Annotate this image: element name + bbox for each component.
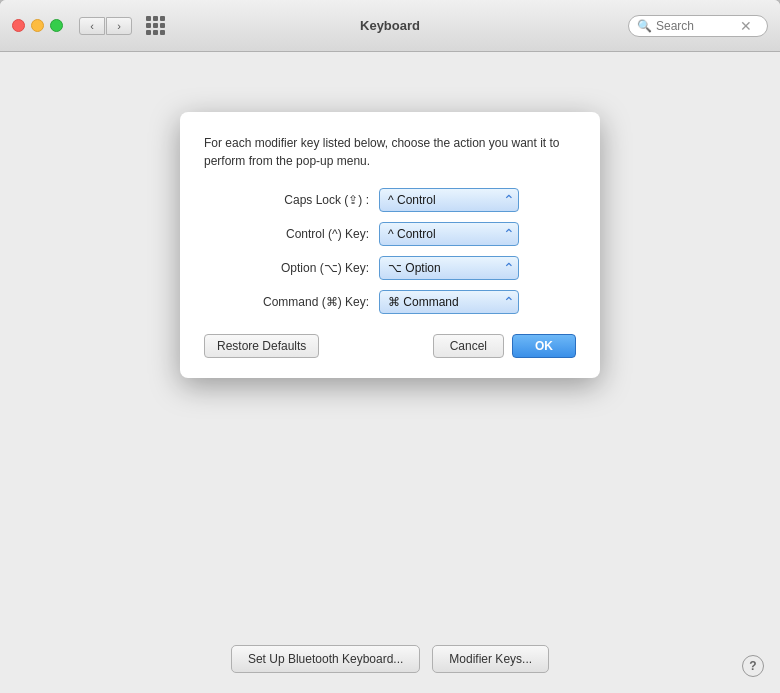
- modal-right-buttons: Cancel OK: [433, 334, 576, 358]
- back-button[interactable]: ‹: [79, 17, 105, 35]
- control-label: Control (^) Key:: [204, 227, 379, 241]
- main-window: ‹ › Keyboard 🔍 ✕ For each modifier key l…: [0, 0, 780, 693]
- caps-lock-select[interactable]: No Action ^ Control ⌥ Option ⌘ Command E…: [379, 188, 519, 212]
- control-row: Control (^) Key: No Action ^ Control ⌥ O…: [204, 222, 576, 246]
- cancel-button[interactable]: Cancel: [433, 334, 504, 358]
- option-label: Option (⌥) Key:: [204, 261, 379, 275]
- modal-dialog: For each modifier key listed below, choo…: [180, 112, 600, 378]
- content-area: For each modifier key listed below, choo…: [0, 52, 780, 693]
- search-clear-button[interactable]: ✕: [740, 19, 752, 33]
- command-row: Command (⌘) Key: No Action ^ Control ⌥ O…: [204, 290, 576, 314]
- traffic-lights: [12, 19, 63, 32]
- bottom-bar: Set Up Bluetooth Keyboard... Modifier Ke…: [0, 645, 780, 673]
- command-select[interactable]: No Action ^ Control ⌥ Option ⌘ Command E…: [379, 290, 519, 314]
- modal-buttons: Restore Defaults Cancel OK: [204, 334, 576, 358]
- search-icon: 🔍: [637, 19, 652, 33]
- search-input[interactable]: [656, 19, 736, 33]
- option-select-wrapper: No Action ^ Control ⌥ Option ⌘ Command E…: [379, 256, 519, 280]
- nav-arrows: ‹ ›: [79, 17, 132, 35]
- caps-lock-row: Caps Lock (⇪) : No Action ^ Control ⌥ Op…: [204, 188, 576, 212]
- modal-description: For each modifier key listed below, choo…: [204, 134, 576, 170]
- command-label: Command (⌘) Key:: [204, 295, 379, 309]
- grid-icon: [146, 16, 165, 35]
- command-select-wrapper: No Action ^ Control ⌥ Option ⌘ Command E…: [379, 290, 519, 314]
- help-button[interactable]: ?: [742, 655, 764, 677]
- caps-lock-select-wrapper: No Action ^ Control ⌥ Option ⌘ Command E…: [379, 188, 519, 212]
- bluetooth-keyboard-button[interactable]: Set Up Bluetooth Keyboard...: [231, 645, 420, 673]
- caps-lock-label: Caps Lock (⇪) :: [204, 193, 379, 207]
- window-title: Keyboard: [360, 18, 420, 33]
- forward-button[interactable]: ›: [106, 17, 132, 35]
- control-select-wrapper: No Action ^ Control ⌥ Option ⌘ Command E…: [379, 222, 519, 246]
- search-bar[interactable]: 🔍 ✕: [628, 15, 768, 37]
- maximize-button[interactable]: [50, 19, 63, 32]
- restore-defaults-button[interactable]: Restore Defaults: [204, 334, 319, 358]
- option-select[interactable]: No Action ^ Control ⌥ Option ⌘ Command E…: [379, 256, 519, 280]
- close-button[interactable]: [12, 19, 25, 32]
- ok-button[interactable]: OK: [512, 334, 576, 358]
- control-select[interactable]: No Action ^ Control ⌥ Option ⌘ Command E…: [379, 222, 519, 246]
- minimize-button[interactable]: [31, 19, 44, 32]
- option-row: Option (⌥) Key: No Action ^ Control ⌥ Op…: [204, 256, 576, 280]
- modifier-keys-button[interactable]: Modifier Keys...: [432, 645, 549, 673]
- grid-view-button[interactable]: [142, 13, 168, 39]
- titlebar: ‹ › Keyboard 🔍 ✕: [0, 0, 780, 52]
